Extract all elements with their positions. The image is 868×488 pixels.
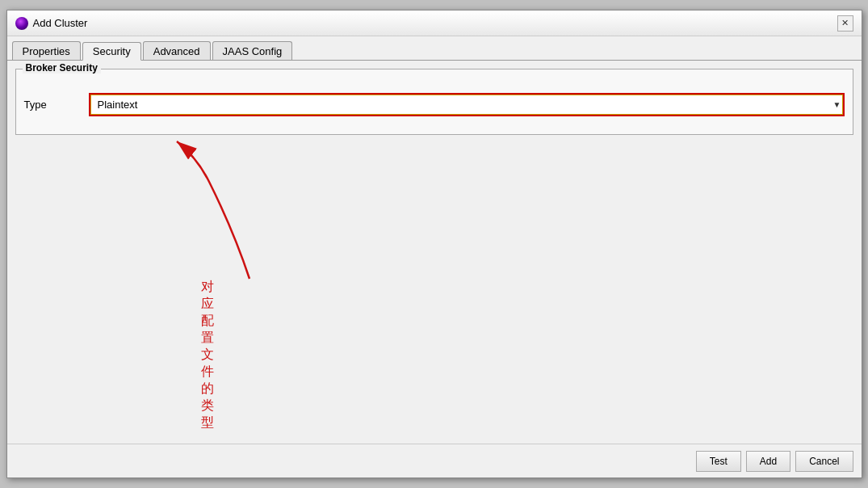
window-title: Add Cluster	[33, 17, 88, 29]
test-button[interactable]: Test	[696, 451, 741, 472]
tab-advanced[interactable]: Advanced	[143, 41, 211, 60]
group-box-content: Type Plaintext SSL SASL_PLAINTEXT SASL_S…	[16, 69, 853, 134]
close-button[interactable]: ✕	[837, 15, 853, 32]
dialog-content: Broker Security Type Plaintext SSL SASL_…	[7, 61, 862, 444]
type-select[interactable]: Plaintext SSL SASL_PLAINTEXT SASL_SSL	[90, 95, 843, 115]
type-field-row: Type Plaintext SSL SASL_PLAINTEXT SASL_S…	[24, 93, 845, 116]
type-label: Type	[24, 99, 89, 111]
tab-properties[interactable]: Properties	[12, 41, 81, 60]
dialog-window: Add Cluster ✕ Properties Security Advanc…	[6, 10, 862, 478]
dialog-footer: Test Add Cancel	[7, 444, 862, 477]
app-icon	[15, 17, 28, 30]
type-input-wrapper: Plaintext SSL SASL_PLAINTEXT SASL_SSL ▼	[89, 93, 845, 116]
type-select-wrapper: Plaintext SSL SASL_PLAINTEXT SASL_SSL ▼	[89, 93, 845, 116]
add-button[interactable]: Add	[746, 451, 790, 472]
annotation-text: 对应配置文件的类型	[201, 279, 214, 431]
tab-jaas-config[interactable]: JAAS Config	[212, 41, 293, 60]
title-bar: Add Cluster ✕	[7, 11, 862, 36]
annotation-arrow	[153, 133, 298, 295]
group-box-title: Broker Security	[23, 62, 101, 74]
broker-security-group: Broker Security Type Plaintext SSL SASL_…	[15, 69, 853, 135]
cancel-button[interactable]: Cancel	[795, 451, 853, 472]
title-bar-left: Add Cluster	[15, 17, 88, 30]
tab-security[interactable]: Security	[82, 42, 141, 61]
tabs-bar: Properties Security Advanced JAAS Config	[7, 36, 862, 61]
